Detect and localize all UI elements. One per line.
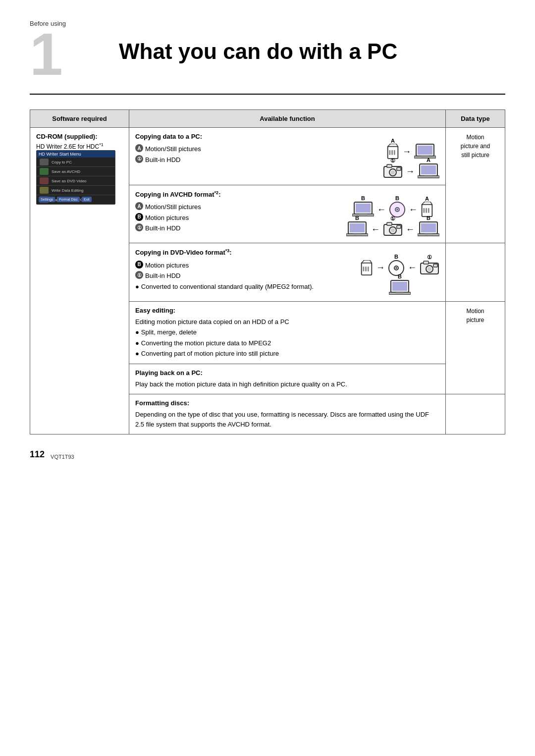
avchd-diagram: B ← <box>346 201 439 238</box>
easy-edit-desc: Editing motion picture data copied on an… <box>135 317 439 327</box>
software-screenshot: HD Writer Start Menu Copy to PC Save as … <box>36 150 115 205</box>
header-divider <box>30 94 505 95</box>
sw-btn-1: Settings <box>39 197 55 202</box>
datatype-motion-text: Motionpicture <box>452 307 499 324</box>
arrow-5: ← <box>371 224 380 235</box>
copy-pc-text: A Motion/Still pictures ① Built-in HDD <box>135 143 373 164</box>
laptop-b2-svg <box>346 221 368 238</box>
page-number: 112 <box>30 449 45 460</box>
function-formatting: Formatting discs: Depending on the type … <box>129 394 446 434</box>
dvd-diag-row2: B <box>389 279 411 296</box>
model-code: VQT1T93 <box>51 454 74 460</box>
svg-rect-55 <box>424 261 428 264</box>
easy-edit-b3: ● Converting part of motion picture into… <box>135 349 439 359</box>
bullet-dot-1: ● <box>135 282 139 292</box>
dvd-item-bullet-text: Converted to conventional standard quali… <box>141 282 314 292</box>
sw-menu-icon-4 <box>40 187 49 194</box>
col-header-software: Software required <box>30 110 129 128</box>
svg-marker-27 <box>422 202 432 205</box>
disc-icon-2: B <box>388 260 405 276</box>
sw-footer: Settings Format Disc Exit <box>37 195 115 204</box>
copy-dvd-section: Copying in DVD-Video format*3: B Motion … <box>135 248 439 296</box>
sw-menu-text-4: Write Data Editing <box>52 188 83 193</box>
easy-edit-text: Editing motion picture data copied on an… <box>135 317 439 359</box>
copy-pc-item-a: A Motion/Still pictures <box>135 144 373 154</box>
sw-menu-text-3: Save as DVD Video <box>52 179 87 183</box>
page-header: Before using 1 What you can do with a PC <box>0 0 535 94</box>
copy-pc-item-a-text: Motion/Still pictures <box>145 144 201 154</box>
playback-title: Playing back on a PC: <box>135 369 439 377</box>
function-copy-pc: Copying data to a PC: A Motion/Still pic… <box>129 128 446 185</box>
col-header-function: Available function <box>129 110 446 128</box>
sw-menu-icon-1 <box>40 159 49 165</box>
function-copy-avchd: Copying in AVCHD format*2: A Motion/Stil… <box>129 185 446 243</box>
svg-rect-19 <box>356 204 371 213</box>
sw-menu-row-2: Save as AVCHD <box>37 167 115 176</box>
main-content: Software required Available function Dat… <box>0 109 535 434</box>
badge-i-1: ① <box>135 155 143 163</box>
copy-pc-body: A Motion/Still pictures ① Built-in HDD <box>135 143 439 180</box>
svg-point-25 <box>390 202 405 217</box>
svg-rect-41 <box>421 223 436 232</box>
arrow-2: → <box>406 166 415 177</box>
datatype-motion-still: Motionpicture andstill picture <box>446 128 505 243</box>
datatype-empty-dvd <box>446 243 505 301</box>
svg-rect-30 <box>428 209 429 213</box>
svg-rect-32 <box>350 223 365 232</box>
svg-rect-38 <box>387 222 392 225</box>
disc-svg-2 <box>388 260 405 276</box>
copy-pc-section: Copying data to a PC: A Motion/Still pic… <box>135 133 439 180</box>
datatype-empty-format <box>446 394 505 434</box>
easy-edit-b1-text: Split, merge, delete <box>141 327 197 337</box>
avchd-item-a-text: Motion/Still pictures <box>145 202 201 212</box>
copy-avchd-section: Copying in AVCHD format*2: A Motion/Stil… <box>135 190 439 238</box>
svg-rect-17 <box>425 176 432 177</box>
svg-rect-29 <box>426 209 427 213</box>
dvd-item-b-text: Motion pictures <box>145 261 189 270</box>
dvd-item-bullet: ● Converted to conventional standard qua… <box>135 282 350 292</box>
badge-i-3: ① <box>135 271 143 279</box>
playback-text: Play back the motion picture data in hig… <box>135 379 439 389</box>
sw-btn-3: Exit <box>82 197 92 202</box>
svg-rect-47 <box>365 267 367 271</box>
badge-a-2: A <box>135 202 143 210</box>
software-cell: CD-ROM (supplied): HD Writer 2.6E for HD… <box>30 128 129 434</box>
laptop-icon-b3: B <box>418 221 439 238</box>
svg-rect-48 <box>368 267 369 271</box>
info-table: Software required Available function Dat… <box>30 109 505 434</box>
avchd-item-i: ① Built-in HDD <box>135 223 336 233</box>
header-left: Before using 1 <box>30 20 109 84</box>
badge-b-1: B <box>135 213 143 221</box>
formatting-title: Formatting discs: <box>135 399 439 407</box>
copy-dvd-body: B Motion pictures ① Built-in HDD ● Conve… <box>135 260 439 296</box>
svg-rect-34 <box>353 234 361 235</box>
datatype-motion-still-text: Motionpicture andstill picture <box>452 133 499 160</box>
easy-edit-b3-text: Converting part of motion picture into s… <box>141 349 279 359</box>
laptop-icon-2: A <box>418 163 439 180</box>
dvd-item-b: B Motion pictures <box>135 261 350 270</box>
avchd-item-b: B Motion pictures <box>135 213 336 223</box>
col-header-datatype: Data type <box>446 110 505 128</box>
cam-svg-2 <box>383 221 403 237</box>
arrow-4: ← <box>409 205 418 215</box>
function-easy-edit: Easy editing: Editing motion picture dat… <box>129 301 446 364</box>
sw-menu-icon-2 <box>40 168 49 175</box>
arrow-1: → <box>402 147 411 157</box>
svg-point-37 <box>391 228 395 232</box>
laptop-icon-dvd: B <box>389 279 411 296</box>
svg-rect-12 <box>387 164 392 167</box>
dvd-item-i-text: Built-in HDD <box>145 271 181 281</box>
svg-rect-43 <box>425 234 432 235</box>
svg-rect-39 <box>397 225 401 228</box>
svg-rect-3 <box>391 150 393 155</box>
copy-dvd-text: B Motion pictures ① Built-in HDD ● Conve… <box>135 260 350 292</box>
avchd-item-b-text: Motion pictures <box>145 213 189 223</box>
camera-icon-3: ① <box>420 260 439 276</box>
formatting-text: Depending on the type of disc that you u… <box>135 410 439 429</box>
svg-rect-6 <box>418 146 432 155</box>
sd-card-icon-3 <box>360 260 373 276</box>
arrow-3: ← <box>377 205 386 215</box>
copy-avchd-title: Copying in AVCHD format*2: <box>135 190 439 198</box>
laptop-dvd-svg <box>389 279 411 296</box>
svg-rect-13 <box>397 167 401 170</box>
